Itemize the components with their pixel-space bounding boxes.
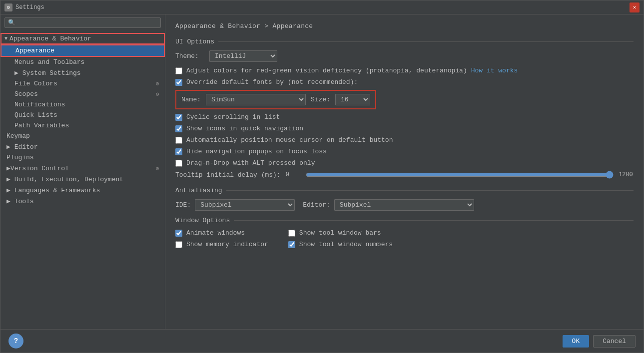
ok-button[interactable]: OK xyxy=(563,335,590,348)
main-content: Appearance & Behavior > Appearance UI Op… xyxy=(165,14,644,329)
show-tool-bars-checkbox[interactable] xyxy=(288,230,295,237)
sidebar-item-keymap[interactable]: Keymap xyxy=(0,131,165,141)
show-icons-label: Show icons in quick navigation xyxy=(186,125,303,132)
ui-options-title: UI Options xyxy=(175,38,634,45)
show-tool-numbers-checkbox[interactable] xyxy=(288,241,295,248)
window-options-title: Window Options xyxy=(175,217,634,224)
slider-min: 0 xyxy=(286,171,301,178)
expand-arrow: ▶ xyxy=(6,198,14,205)
tooltip-slider[interactable] xyxy=(306,171,614,179)
sidebar-item-label: Notifications xyxy=(14,101,65,108)
hide-nav-checkbox[interactable] xyxy=(175,148,182,155)
expand-arrow: ▶ xyxy=(6,176,14,183)
sidebar-item-label: Scopes xyxy=(14,90,38,98)
app-icon: ⚙ xyxy=(4,3,12,11)
sidebar-item-label: Appearance xyxy=(15,47,54,54)
editor-label: Editor: xyxy=(303,201,330,209)
settings-icon: ⚙ xyxy=(154,80,161,87)
sidebar-item-plugins[interactable]: Plugins xyxy=(0,152,165,163)
animate-windows-checkbox[interactable] xyxy=(175,230,182,237)
editor-antialiasing-select[interactable]: Subpixel Greyscale None xyxy=(334,199,474,211)
window-options-grid: Animate windows Show memory indicator Sh… xyxy=(175,229,634,252)
antialiasing-title: Antialiasing xyxy=(175,187,634,194)
font-size-select[interactable]: 1011121314 16182024 xyxy=(335,94,370,105)
font-name-label: Name: xyxy=(181,96,201,103)
sidebar-item-label: Appearance & Behavior xyxy=(9,35,91,42)
sidebar-item-tools[interactable]: ▶ Tools xyxy=(0,196,165,207)
sidebar-item-menus-toolbars[interactable]: Menus and Toolbars xyxy=(0,57,165,67)
auto-position-row: Automatically position mouse cursor on d… xyxy=(175,136,634,144)
drag-drop-checkbox[interactable] xyxy=(175,160,182,167)
tooltip-slider-row: Tooltip initial delay (ms): 0 1200 xyxy=(175,171,634,179)
sidebar-item-label: Version Control xyxy=(10,165,69,172)
sidebar-item-label: Languages & Frameworks xyxy=(14,187,100,194)
ide-antialiasing-item: IDE: Subpixel Greyscale None xyxy=(175,199,295,211)
breadcrumb: Appearance & Behavior > Appearance xyxy=(175,22,634,30)
expand-arrow: ▶ xyxy=(6,143,14,151)
theme-select[interactable]: IntelliJ Darcula High Contrast xyxy=(209,50,277,62)
sidebar-item-label: Keymap xyxy=(6,132,30,140)
hide-nav-label: Hide navigation popups on focus loss xyxy=(186,148,327,155)
close-button[interactable]: ✕ xyxy=(630,2,640,12)
hide-nav-row: Hide navigation popups on focus loss xyxy=(175,148,634,155)
theme-label: Theme: xyxy=(175,52,205,60)
how-it-works-link[interactable]: How it works xyxy=(471,67,518,74)
sidebar-item-file-colors[interactable]: File Colors ⚙ xyxy=(0,78,165,89)
sidebar-item-path-variables[interactable]: Path Variables xyxy=(0,120,165,131)
font-size-label: Size: xyxy=(311,96,330,103)
slider-max: 1200 xyxy=(619,171,634,178)
expand-arrow: ▶ xyxy=(6,164,10,172)
red-green-label: Adjust colors for red-green vision defic… xyxy=(186,67,467,74)
help-button[interactable]: ? xyxy=(8,334,23,349)
animate-windows-label: Animate windows xyxy=(186,229,245,237)
sidebar-item-notifications[interactable]: Notifications xyxy=(0,99,165,110)
override-fonts-label: Override default fonts by (not recommend… xyxy=(186,78,358,86)
sidebar-item-label: Plugins xyxy=(6,154,34,161)
sidebar-item-label: File Colors xyxy=(14,80,57,87)
expand-arrow: ▶ xyxy=(6,187,14,194)
override-fonts-checkbox[interactable] xyxy=(175,79,182,86)
antialiasing-row: IDE: Subpixel Greyscale None Editor: Sub… xyxy=(175,199,634,211)
theme-row: Theme: IntelliJ Darcula High Contrast xyxy=(175,50,634,62)
title-bar: ⚙ Settings ✕ xyxy=(0,0,644,14)
auto-position-label: Automatically position mouse cursor on d… xyxy=(186,136,393,144)
sidebar-item-languages-frameworks[interactable]: ▶ Languages & Frameworks xyxy=(0,185,165,196)
sidebar-item-system-settings[interactable]: ▶ System Settings xyxy=(0,67,165,78)
sidebar-item-editor[interactable]: ▶ Editor xyxy=(0,141,165,152)
window-options-left: Animate windows Show memory indicator xyxy=(175,229,268,252)
window-options-right: Show tool window bars Show tool window n… xyxy=(288,229,393,252)
sidebar-item-appearance-behavior[interactable]: ▼ Appearance & Behavior xyxy=(0,33,165,44)
sidebar-item-build-execution[interactable]: ▶ Build, Execution, Deployment xyxy=(0,174,165,185)
show-icons-checkbox[interactable] xyxy=(175,125,182,132)
drag-drop-row: Drag-n-Drop with ALT pressed only xyxy=(175,159,634,167)
sidebar-item-label: System Settings xyxy=(22,69,81,77)
sidebar-item-label: Editor xyxy=(14,143,38,151)
settings-icon: ⚙ xyxy=(154,91,161,98)
show-tool-numbers-row: Show tool window numbers xyxy=(288,241,393,248)
sidebar-item-appearance[interactable]: Appearance xyxy=(0,44,165,57)
sidebar-item-version-control[interactable]: ▶ Version Control ⚙ xyxy=(0,163,165,174)
sidebar-item-label: Quick Lists xyxy=(14,111,57,119)
settings-window: ⚙ Settings ✕ 🔍 ▼ Appearance & Behavior A… xyxy=(0,0,644,353)
expand-arrow: ▶ xyxy=(14,69,22,77)
show-memory-checkbox[interactable] xyxy=(175,241,182,248)
cyclic-scroll-checkbox[interactable] xyxy=(175,114,182,121)
sidebar-item-scopes[interactable]: Scopes ⚙ xyxy=(0,89,165,99)
search-input[interactable] xyxy=(17,19,157,26)
ide-label: IDE: xyxy=(175,201,191,209)
sidebar-item-label: Tools xyxy=(14,198,34,205)
editor-antialiasing-item: Editor: Subpixel Greyscale None xyxy=(303,199,474,211)
font-name-select[interactable]: SimSun Arial Consolas xyxy=(206,94,306,105)
tooltip-label: Tooltip initial delay (ms): xyxy=(175,171,281,179)
cyclic-scroll-row: Cyclic scrolling in list xyxy=(175,113,634,121)
footer: ? OK Cancel xyxy=(0,329,644,353)
ide-antialiasing-select[interactable]: Subpixel Greyscale None xyxy=(195,199,295,211)
show-icons-row: Show icons in quick navigation xyxy=(175,125,634,132)
auto-position-checkbox[interactable] xyxy=(175,137,182,144)
search-box[interactable]: 🔍 xyxy=(4,17,161,28)
sidebar: 🔍 ▼ Appearance & Behavior Appearance Men… xyxy=(0,14,165,329)
cancel-button[interactable]: Cancel xyxy=(593,335,636,348)
sidebar-item-quick-lists[interactable]: Quick Lists xyxy=(0,110,165,120)
red-green-checkbox[interactable] xyxy=(175,67,182,74)
show-memory-label: Show memory indicator xyxy=(186,241,268,248)
